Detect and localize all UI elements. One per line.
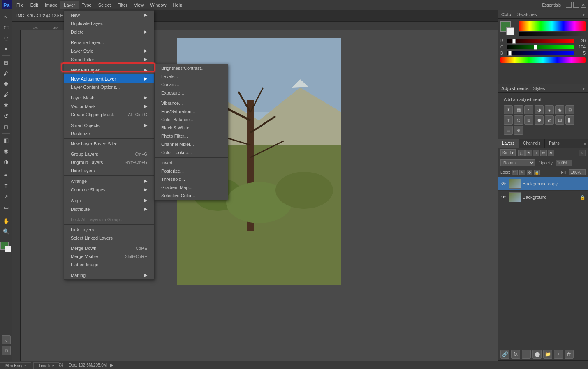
menu-create-clipping-mask[interactable]: Create Clipping Mask Alt+Ctrl+G (64, 111, 154, 119)
background-color[interactable] (5, 246, 11, 252)
essentials-dropdown[interactable]: Essentials (542, 3, 561, 7)
menu-type[interactable]: Type (79, 1, 95, 9)
layer-visibility-0[interactable]: 👁 (500, 180, 507, 187)
color-spectrum-bar[interactable] (500, 57, 586, 63)
menu-smart-filter[interactable]: Smart Filter ▶ (64, 55, 154, 64)
menu-new[interactable]: New ▶ (64, 11, 154, 19)
menu-distribute[interactable]: Distribute ▶ (64, 205, 154, 213)
adj-invert[interactable]: Invert... (155, 159, 228, 167)
selection-tool[interactable]: ⬚ (1, 23, 11, 32)
adj-gradient-map[interactable]: Gradient Map... (155, 183, 228, 191)
close-button[interactable]: ✕ (581, 2, 586, 8)
menu-arrange[interactable]: Arrange ▶ (64, 177, 154, 185)
eyedropper-tool[interactable]: 🖊 (1, 68, 11, 78)
menu-layer[interactable]: Layer (60, 1, 79, 9)
shape-filter-icon[interactable]: ▭ (540, 150, 547, 156)
layer-adjustment-btn[interactable]: ⬤ (532, 350, 542, 359)
blue-slider-thumb[interactable] (508, 51, 512, 56)
fg-bg-color-boxes[interactable] (500, 21, 517, 36)
adj-color-balance[interactable]: Color Balance... (155, 115, 228, 124)
menu-group-layers[interactable]: Group Layers Ctrl+G (64, 150, 154, 158)
vibrance-adj[interactable]: ◈ (545, 105, 554, 114)
layer-link-btn[interactable]: 🔗 (500, 350, 509, 359)
selective-color-adj[interactable]: ⊕ (514, 126, 523, 135)
text-tool[interactable]: T (1, 181, 11, 191)
menu-rasterize[interactable]: Rasterize (64, 129, 154, 138)
menu-layer-style[interactable]: Layer Style ▶ (64, 46, 154, 55)
menu-flatten-image[interactable]: Flatten Image (64, 261, 154, 269)
layer-folder-btn[interactable]: 📁 (543, 350, 552, 359)
minimize-button[interactable]: _ (566, 2, 572, 8)
layers-tab[interactable]: Layers (498, 139, 519, 148)
menu-edit[interactable]: Edit (27, 1, 42, 9)
layer-new-btn[interactable]: + (554, 350, 563, 359)
invert-adj[interactable]: ◐ (545, 115, 554, 125)
color-panel-header[interactable]: Color Swatches ▾ (498, 10, 588, 19)
menu-file[interactable]: File (13, 1, 27, 9)
gradient-tool[interactable]: ◧ (1, 135, 11, 145)
adj-selective-color[interactable]: Selective Color... (155, 191, 228, 200)
channel-mixer-adj[interactable]: ⊟ (524, 115, 533, 125)
lasso-tool[interactable]: ◌ (1, 33, 11, 43)
color-balance-adj[interactable]: ⊞ (565, 105, 574, 114)
blur-tool[interactable]: ◉ (1, 146, 11, 156)
exposure-adj[interactable]: ◑ (535, 105, 544, 114)
pen-tool[interactable]: ✒ (1, 170, 11, 180)
brush-tool[interactable]: 🖌 (1, 90, 11, 99)
zoom-tool[interactable]: 🔍 (1, 226, 11, 236)
menu-vector-mask[interactable]: Vector Mask ▶ (64, 102, 154, 111)
magic-wand-tool[interactable]: ✦ (1, 44, 11, 54)
adj-color-lookup[interactable]: Color Lookup... (155, 148, 228, 157)
fill-input[interactable] (569, 169, 586, 175)
menu-layer-mask[interactable]: Layer Mask ▶ (64, 93, 154, 102)
layer-visibility-1[interactable]: 👁 (500, 194, 507, 201)
lock-transparent-icon[interactable]: ⬚ (512, 170, 518, 175)
menu-delete[interactable]: Delete ▶ (64, 28, 154, 36)
menu-duplicate-layer[interactable]: Duplicate Layer... (64, 19, 154, 28)
dodge-tool[interactable]: ◑ (1, 157, 11, 166)
adj-threshold[interactable]: Threshold... (155, 175, 228, 183)
adjustments-panel-header[interactable]: Adjustments Styles ▾ (498, 84, 588, 93)
healing-tool[interactable]: ✚ (1, 79, 11, 89)
kind-filter[interactable]: Kind ▾ (500, 149, 516, 156)
menu-merge-visible[interactable]: Merge Visible Shift+Ctrl+E (64, 252, 154, 261)
lock-position-icon[interactable]: ✛ (527, 170, 532, 175)
background-color-box[interactable] (506, 27, 514, 35)
quick-mask-btn[interactable]: Q (2, 335, 11, 344)
hand-tool[interactable]: ✋ (1, 216, 11, 226)
menu-help[interactable]: Help (169, 1, 185, 9)
levels-adj[interactable]: ▦ (514, 105, 523, 114)
timeline-tab[interactable]: Timeline (33, 362, 59, 369)
type-filter-icon[interactable]: T (533, 150, 539, 156)
adj-channel-mixer[interactable]: Channel Mixer... (155, 140, 228, 148)
menu-layer-content-options[interactable]: Layer Content Options... (64, 83, 154, 91)
menu-filter[interactable]: Filter (114, 1, 130, 9)
layer-fx-btn[interactable]: fx (511, 350, 520, 359)
threshold-adj[interactable]: ▋ (565, 115, 574, 125)
bw-adj[interactable]: ◫ (504, 115, 513, 125)
adj-posterize[interactable]: Posterize... (155, 167, 228, 175)
pixel-filter-icon[interactable]: ⬚ (518, 150, 525, 156)
smart-filter-icon[interactable]: ✱ (548, 150, 554, 156)
brightness-spectrum[interactable] (519, 32, 586, 36)
path-selection-tool[interactable]: ↗ (1, 191, 11, 201)
color-picker[interactable] (0, 242, 12, 253)
lock-image-icon[interactable]: ✎ (519, 170, 525, 175)
adj-brightness-contrast[interactable]: Brightness/Contrast... (155, 64, 228, 72)
layer-delete-btn[interactable]: 🗑 (565, 350, 574, 359)
layer-mask-btn[interactable]: ◻ (522, 350, 531, 359)
blend-mode-select[interactable]: Normal (500, 159, 535, 166)
adj-curves[interactable]: Curves... (155, 81, 228, 89)
menu-view[interactable]: View (131, 1, 147, 9)
menu-window[interactable]: Window (147, 1, 169, 9)
posterize-adj[interactable]: ▤ (555, 115, 564, 125)
brightness-contrast-adj[interactable]: ☀ (504, 105, 513, 114)
adj-black-white[interactable]: Black & White... (155, 124, 228, 132)
red-slider-thumb[interactable] (512, 39, 516, 44)
menu-new-adjustment-layer[interactable]: New Adjustment Layer ▶ (64, 74, 154, 83)
menu-smart-objects[interactable]: Smart Objects ▶ (64, 121, 154, 129)
adj-hue-saturation[interactable]: Hue/Saturation... (155, 107, 228, 115)
shape-tool[interactable]: ▭ (1, 202, 11, 212)
menu-link-layers[interactable]: Link Layers (64, 226, 154, 234)
adj-exposure[interactable]: Exposure... (155, 89, 228, 97)
